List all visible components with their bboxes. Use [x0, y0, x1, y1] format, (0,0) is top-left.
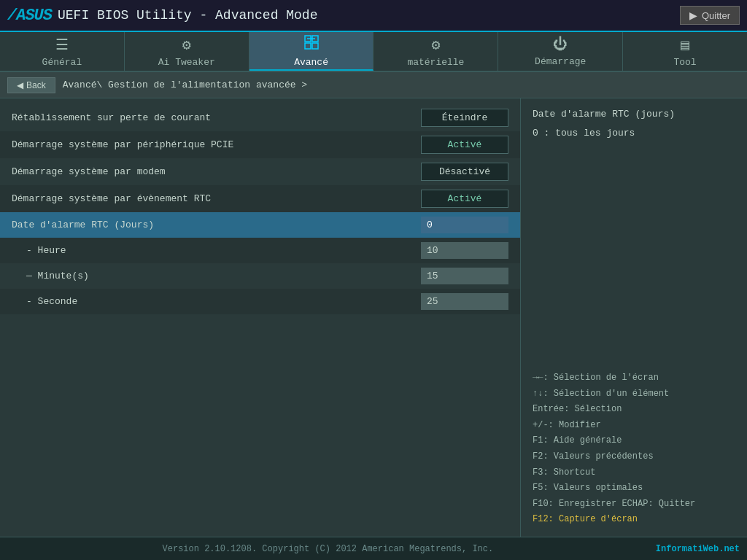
shortcut-2: Entrée: Sélection: [533, 402, 735, 418]
setting-input-5[interactable]: [421, 242, 508, 259]
help-spacer: [533, 144, 735, 370]
header-title: UEFI BIOS Utility - Advanced Mode: [58, 8, 317, 23]
setting-label-2: Démarrage système par modem: [12, 166, 421, 177]
setting-row-6: — Minute(s): [0, 263, 520, 289]
setting-input-7[interactable]: [421, 293, 508, 310]
setting-row-3: Démarrage système par évènement RTC Acti…: [0, 185, 520, 212]
shortcut-4: F1: Aide générale: [533, 433, 735, 449]
setting-value-4: [421, 217, 508, 233]
tool-icon: ▤: [681, 36, 689, 54]
shortcut-0: →←: Sélection de l'écran: [533, 370, 735, 386]
shortcut-7: F5: Valeurs optimales: [533, 481, 735, 497]
setting-label-7: - Seconde: [12, 296, 421, 307]
setting-value-0: Éteindre: [421, 109, 508, 127]
setting-label-4: Date d'alarme RTC (Jours): [12, 219, 421, 230]
svg-rect-2: [305, 43, 311, 49]
shortcut-6: F3: Shortcut: [533, 465, 735, 481]
setting-value-6: [421, 268, 508, 284]
shortcut-1: ↑↓: Sélection d'un élément: [533, 386, 735, 402]
setting-label-1: Démarrage système par périphérique PCIE: [12, 139, 421, 150]
footer-brand: InformatiWeb.net: [656, 544, 740, 554]
tab-materielle-label: matérielle: [407, 57, 464, 68]
tab-demarrage-label: Démarrage: [535, 56, 586, 67]
setting-input-4[interactable]: [421, 217, 508, 233]
setting-row-2: Démarrage système par modem Désactivé: [0, 158, 520, 185]
asus-logo: /ASUS UEFI BIOS Utility - Advanced Mode: [7, 7, 317, 25]
monitor-icon: ⚙: [431, 36, 440, 54]
shortcut-8: F10: Enregistrer ECHAP: Quitter: [533, 497, 735, 513]
setting-label-5: - Heure: [12, 245, 421, 256]
quit-label: Quitter: [702, 10, 730, 21]
tab-general[interactable]: ☰ Général: [0, 32, 125, 71]
setting-row-5: - Heure: [0, 238, 520, 263]
setting-label-3: Démarrage système par évènement RTC: [12, 193, 421, 204]
svg-rect-3: [312, 43, 318, 49]
breadcrumb-bar: ◀ Back Avancé\ Gestion de l'alimentation…: [0, 72, 747, 98]
header: /ASUS UEFI BIOS Utility - Advanced Mode …: [0, 0, 747, 32]
quit-button[interactable]: ▶ Quitter: [680, 6, 740, 25]
setting-value-3: Activé: [421, 190, 508, 208]
tab-materielle[interactable]: ⚙ matérielle: [374, 32, 498, 71]
footer: Version 2.10.1208. Copyright (C) 2012 Am…: [0, 537, 747, 560]
setting-btn-0[interactable]: Éteindre: [421, 109, 508, 127]
cpu-icon: ⚙: [182, 36, 191, 54]
tab-tool-label: Tool: [673, 57, 696, 68]
setting-btn-3[interactable]: Activé: [421, 190, 508, 208]
tab-avance-label: Avancé: [294, 57, 328, 68]
setting-value-7: [421, 293, 508, 310]
shortcut-9: F12: Capture d'écran: [533, 512, 735, 528]
settings-panel: Rétablissement sur perte de courant Étei…: [0, 98, 521, 537]
shortcut-3: +/-: Modifier: [533, 418, 735, 434]
back-icon: ◀: [17, 80, 23, 90]
setting-btn-1[interactable]: Activé: [421, 136, 508, 154]
setting-btn-2[interactable]: Désactivé: [421, 163, 508, 181]
back-button[interactable]: ◀ Back: [7, 77, 55, 93]
asus-brand: /ASUS: [7, 7, 52, 25]
help-section: Date d'alarme RTC (jours) 0 : tous les j…: [533, 107, 735, 144]
shortcut-list: →←: Sélection de l'écran ↑↓: Sélection d…: [533, 370, 735, 528]
footer-copyright: Version 2.10.1208. Copyright (C) 2012 Am…: [0, 544, 656, 554]
tab-ai-tweaker[interactable]: ⚙ Ai Tweaker: [125, 32, 249, 71]
tab-demarrage[interactable]: ⏻ Démarrage: [498, 32, 623, 71]
main-layout: Rétablissement sur perte de courant Étei…: [0, 98, 747, 537]
advanced-icon: [303, 34, 320, 54]
setting-row-1: Démarrage système par périphérique PCIE …: [0, 131, 520, 158]
right-panel: Date d'alarme RTC (jours) 0 : tous les j…: [521, 98, 747, 537]
breadcrumb: Avancé\ Gestion de l'alimentation avancé…: [63, 79, 307, 90]
setting-input-6[interactable]: [421, 268, 508, 284]
tab-tool[interactable]: ▤ Tool: [623, 32, 747, 71]
help-description: 0 : tous les jours: [533, 126, 735, 141]
back-label: Back: [26, 80, 46, 90]
setting-row-0: Rétablissement sur perte de courant Étei…: [0, 104, 520, 131]
setting-label-0: Rétablissement sur perte de courant: [12, 112, 421, 123]
setting-value-1: Activé: [421, 136, 508, 154]
help-title: Date d'alarme RTC (jours): [533, 107, 735, 122]
shortcut-5: F2: Valeurs précédentes: [533, 449, 735, 465]
power-icon: ⏻: [553, 36, 568, 53]
setting-row-4: Date d'alarme RTC (Jours): [0, 212, 520, 238]
quit-icon: ▶: [689, 9, 697, 21]
tab-ai-tweaker-label: Ai Tweaker: [158, 57, 215, 68]
nav-tabs: ☰ Général ⚙ Ai Tweaker Avancé ⚙ matériel…: [0, 32, 747, 72]
tab-avance[interactable]: Avancé: [249, 32, 374, 71]
tab-general-label: Général: [42, 57, 82, 68]
list-icon: ☰: [55, 36, 69, 54]
setting-label-6: — Minute(s): [12, 271, 421, 281]
setting-row-7: - Seconde: [0, 289, 520, 314]
setting-value-2: Désactivé: [421, 163, 508, 181]
setting-value-5: [421, 242, 508, 259]
